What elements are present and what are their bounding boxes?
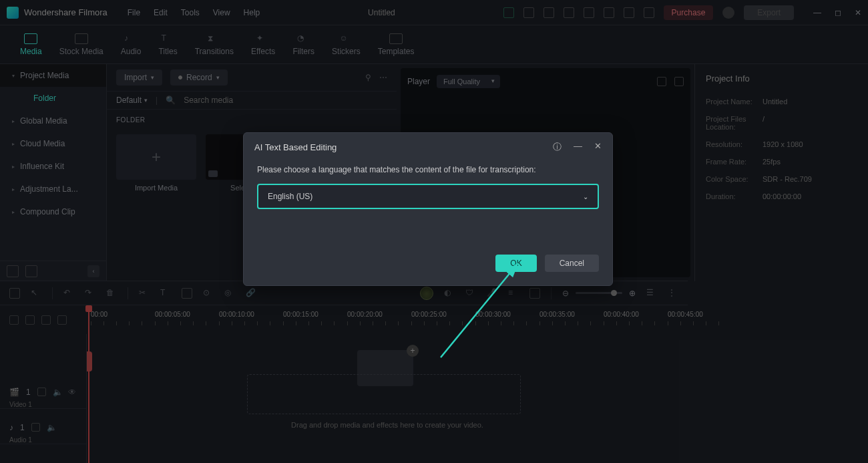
language-select[interactable]: English (US) ⌄ (257, 184, 599, 209)
ai-text-editing-modal: AI Text Based Editing ⓘ — ✕ Please choos… (243, 132, 613, 286)
ok-button[interactable]: OK (495, 255, 536, 272)
minimize-modal-icon[interactable]: — (574, 141, 582, 153)
modal-title: AI Text Based Editing (254, 142, 337, 152)
cancel-button[interactable]: Cancel (545, 255, 599, 272)
close-modal-icon[interactable]: ✕ (594, 141, 602, 153)
chevron-down-icon: ⌄ (583, 193, 588, 200)
modal-prompt: Please choose a language that matches th… (257, 165, 599, 174)
help-icon[interactable]: ⓘ (553, 141, 562, 153)
